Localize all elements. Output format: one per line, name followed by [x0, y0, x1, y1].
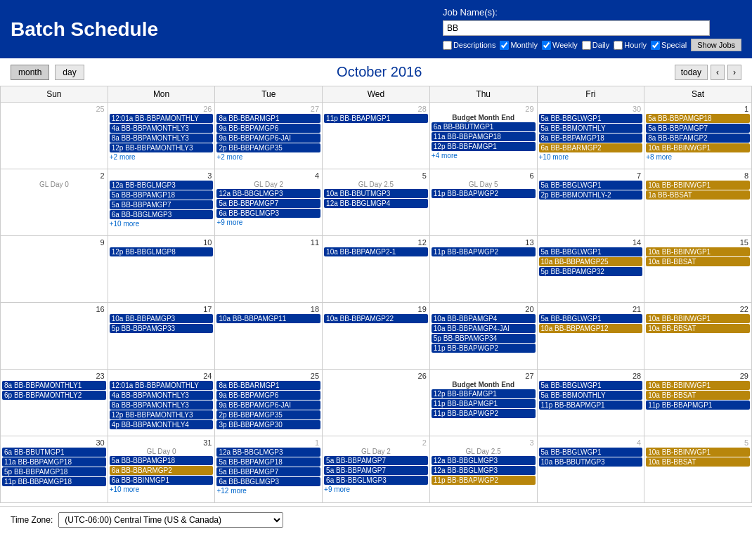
event[interactable]: 10a BB-BBPAMGP11: [216, 314, 320, 323]
event[interactable]: 5a BB-BBPAMGP18: [216, 457, 320, 467]
event[interactable]: 5a BB-BBPAMGP7: [324, 456, 428, 465]
event[interactable]: 12a BB-BBGLMGP3: [110, 181, 214, 190]
more-link[interactable]: +4 more: [432, 152, 536, 159]
today-button[interactable]: today: [675, 65, 708, 80]
more-link[interactable]: +10 more: [110, 486, 214, 493]
more-link[interactable]: +8 more: [646, 153, 750, 161]
event[interactable]: 8a BB-BBPAMGP18: [539, 134, 643, 143]
event[interactable]: 6a BB-BBGLMGP3: [216, 477, 320, 486]
event[interactable]: 5a BB-BBPAMGP7: [216, 467, 320, 476]
event[interactable]: 11p BB-BBAPWGP2: [432, 476, 536, 485]
show-jobs-button[interactable]: Show Jobs: [691, 39, 741, 51]
event[interactable]: 8a BB-BBPAMONTHLY3: [110, 134, 214, 143]
event[interactable]: 5a BB-BBGLWGP1: [539, 314, 643, 323]
event[interactable]: 6a BB-BBUTMGP1: [2, 448, 106, 457]
filter-descriptions[interactable]: Descriptions: [443, 41, 496, 50]
event[interactable]: 12a BB-BBGLMGP3: [216, 189, 320, 198]
event[interactable]: 5a BB-BBGLWGP1: [539, 448, 643, 457]
event[interactable]: 1a BB-BBSAT: [646, 190, 750, 200]
filter-special[interactable]: Special: [651, 41, 687, 50]
event[interactable]: 5a BB-BBGLWGP1: [539, 247, 643, 256]
more-link[interactable]: +9 more: [324, 486, 428, 493]
event[interactable]: 2p BB-BBPAMGP35: [216, 410, 320, 419]
event[interactable]: 9a BB-BBPAMGP6-JAI: [216, 401, 320, 410]
event[interactable]: 11a BB-BBPAMGP18: [432, 132, 536, 141]
event[interactable]: 2p BB-BBMONTHLY-2: [539, 190, 643, 200]
event[interactable]: 5p BB-BBPAMGP33: [110, 324, 214, 333]
event[interactable]: 6a BB-BBARMGP2: [539, 143, 643, 152]
prev-button[interactable]: ‹: [711, 65, 725, 80]
event[interactable]: 10a BB-BBPAMGP2-1: [324, 247, 428, 256]
event[interactable]: 10a BB-BBPAMGP4-JAI: [432, 324, 536, 333]
event[interactable]: 8a BB-BBPAMONTHLY3: [110, 401, 214, 410]
event[interactable]: 10a BB-BBPAMGP22: [324, 314, 428, 323]
event[interactable]: 5p BB-BBPAMGP18: [2, 467, 106, 476]
event[interactable]: 8a BB-BBFAMGP2: [646, 134, 750, 143]
event[interactable]: 12p BB-BBPAMONTHLY3: [110, 143, 214, 152]
event[interactable]: 6a BB-BBGLMGP3: [216, 209, 320, 218]
event[interactable]: 6p BB-BBPAMONTHLY2: [2, 391, 106, 400]
event[interactable]: 5a BB-BBGLWGP1: [539, 181, 643, 190]
event[interactable]: 11p BB-BBAPWGP2: [432, 189, 536, 198]
more-link[interactable]: +9 more: [216, 219, 320, 226]
job-name-input[interactable]: [443, 20, 710, 36]
event[interactable]: 12p BB-BBGLMGP8: [110, 247, 214, 256]
event[interactable]: 10a BB-BBINWGP1: [646, 448, 750, 457]
event[interactable]: 5a BB-BBMONTHLY: [539, 391, 643, 400]
event[interactable]: 11p BB-BBAPWGP2: [432, 409, 536, 418]
event[interactable]: 12a BB-BBGLMGP4: [324, 199, 428, 208]
event[interactable]: 4p BB-BBPAMONTHLY4: [110, 420, 214, 429]
filter-monthly[interactable]: Monthly: [500, 41, 538, 50]
event[interactable]: 6a BB-BBUTMGP1: [432, 122, 536, 131]
event[interactable]: 5a BB-BBGLWGP1: [539, 114, 643, 123]
event[interactable]: 10a BB-BBINWGP1: [646, 181, 750, 190]
event[interactable]: 4a BB-BBPAMONTHLY3: [110, 391, 214, 400]
event[interactable]: 5a BB-BBMONTHLY: [539, 124, 643, 133]
event[interactable]: 10a BB-BBINWGP1: [646, 381, 750, 390]
event[interactable]: 10a BB-BBSAT: [646, 457, 750, 467]
day-view-button[interactable]: day: [55, 65, 84, 80]
more-link[interactable]: +12 more: [216, 487, 320, 495]
event[interactable]: 10a BB-BBINWGP1: [646, 314, 750, 323]
event[interactable]: 9a BB-BBPAMGP6-JAI: [216, 134, 320, 143]
event[interactable]: 11p BB-BBAPMGP1: [539, 401, 643, 410]
event[interactable]: 10a BB-BBUTMGP3: [324, 189, 428, 198]
filter-hourly[interactable]: Hourly: [614, 41, 647, 50]
timezone-select[interactable]: (UTC-06:00) Central Time (US & Canada): [58, 512, 283, 528]
event[interactable]: 11p BB-BBAPMGP1: [646, 401, 750, 410]
event[interactable]: 10a BB-BBSAT: [646, 391, 750, 400]
event[interactable]: 10a BB-BBPAMGP12: [539, 324, 643, 333]
event[interactable]: 3p BB-BBPAMGP30: [216, 420, 320, 429]
event[interactable]: 10a BB-BBSAT: [646, 257, 750, 266]
event[interactable]: 2p BB-BBPAMGP35: [216, 143, 320, 152]
event[interactable]: 6a BB-BBINMGP1: [110, 476, 214, 485]
filter-daily[interactable]: Daily: [582, 41, 609, 50]
event[interactable]: 12a BB-BBGLMGP3: [216, 448, 320, 457]
event[interactable]: 10a BB-BBINWGP1: [646, 247, 750, 256]
event[interactable]: 12a BB-BBGLMGP3: [432, 466, 536, 475]
event[interactable]: 5a BB-BBPAMGP7: [216, 199, 320, 208]
more-link[interactable]: +2 more: [216, 153, 320, 161]
event[interactable]: 9a BB-BBPAMGP6: [216, 391, 320, 400]
event[interactable]: 8a BB-BBPAMONTHLY1: [2, 381, 106, 390]
event[interactable]: 8a BB-BBARMGP1: [216, 114, 320, 123]
event[interactable]: 10a BB-BBPAMGP3: [110, 314, 214, 323]
event[interactable]: 10a BB-BBPAMGP4: [432, 314, 536, 323]
event[interactable]: 5p BB-BBPAMGP32: [539, 267, 643, 276]
event[interactable]: 11p BB-BBAPWGP2: [432, 247, 536, 256]
next-button[interactable]: ›: [727, 65, 741, 80]
event[interactable]: 10a BB-BBUTMGP3: [539, 457, 643, 467]
event[interactable]: 11a BB-BBPAMGP18: [2, 457, 106, 467]
event[interactable]: 9a BB-BBPAMGP6: [216, 124, 320, 133]
event[interactable]: 11p BB-BBPAMGP18: [2, 477, 106, 486]
event[interactable]: 12:01a BB-BBPAMONTHLY: [110, 114, 214, 123]
event[interactable]: 6a BB-BBARMGP2: [110, 466, 214, 475]
event[interactable]: 12p BB-BBFAMGP1: [432, 389, 536, 398]
more-link[interactable]: +10 more: [110, 220, 214, 228]
event[interactable]: 10a BB-BBINWGP1: [646, 143, 750, 152]
event[interactable]: 10a BB-BBPAMGP25: [539, 257, 643, 266]
event[interactable]: 5p BB-BBPAMGP34: [432, 334, 536, 343]
more-link[interactable]: +2 more: [110, 153, 214, 161]
event[interactable]: 11p BB-BBAPWGP2: [432, 344, 536, 353]
event[interactable]: 5a BB-BBPAMGP18: [110, 456, 214, 465]
